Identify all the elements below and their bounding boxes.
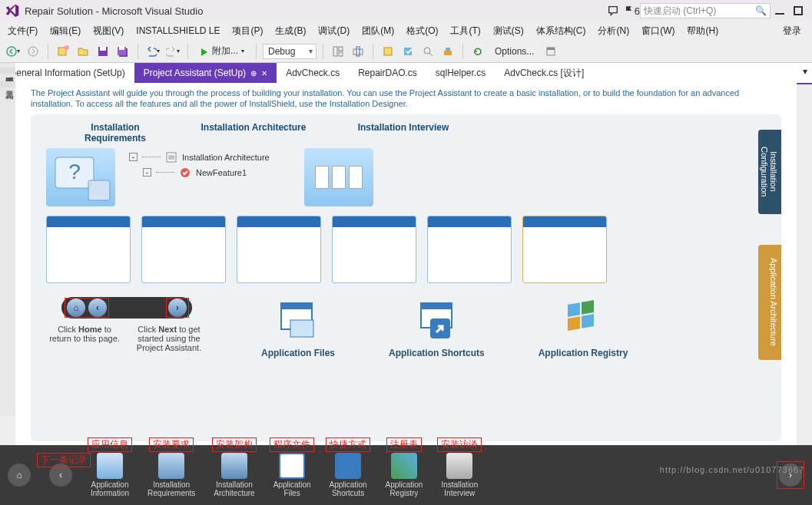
open-button[interactable] bbox=[75, 43, 91, 60]
svg-rect-14 bbox=[353, 49, 363, 54]
nav-forward-button[interactable] bbox=[25, 43, 41, 60]
bottom-app-files[interactable]: 程序文件 ApplicationFiles bbox=[273, 453, 311, 497]
undo-button[interactable]: ▾ bbox=[144, 43, 161, 60]
menu-help[interactable]: 帮助(H) bbox=[682, 23, 723, 39]
flag-indicator[interactable]: 6 bbox=[624, 5, 640, 17]
nav-next-button[interactable]: › bbox=[168, 299, 187, 317]
menu-installshield[interactable]: INSTALLSHIELD LE bbox=[131, 24, 224, 38]
tab-repairdao[interactable]: RepairDAO.cs bbox=[349, 63, 426, 83]
tree-collapse-icon[interactable]: - bbox=[143, 168, 151, 177]
svg-rect-0 bbox=[775, 13, 784, 15]
new-project-button[interactable] bbox=[55, 43, 71, 60]
menu-view[interactable]: 视图(V) bbox=[88, 23, 128, 39]
search-icon: 🔍 bbox=[755, 5, 767, 16]
is-package-button[interactable] bbox=[379, 43, 396, 60]
svg-rect-17 bbox=[404, 48, 412, 55]
app-registry-item[interactable]: Application Registry bbox=[539, 297, 628, 358]
menu-build[interactable]: 生成(B) bbox=[270, 23, 310, 39]
nav-back-button[interactable]: ▾ bbox=[5, 43, 22, 60]
is-view-button[interactable] bbox=[542, 43, 559, 60]
app-registry-label: Application Registry bbox=[539, 348, 628, 358]
menu-project[interactable]: 项目(P) bbox=[227, 23, 267, 39]
header-architecture: Installation Architecture bbox=[192, 122, 315, 144]
options-button[interactable]: Options... bbox=[489, 44, 539, 59]
nav-home-hint: Click Home to return to this page. bbox=[46, 325, 123, 352]
bottom-install-interview[interactable]: 安装访谈 InstallationInterview bbox=[441, 453, 478, 497]
attach-button[interactable]: 附加... ▾ bbox=[194, 42, 250, 60]
svg-point-2 bbox=[7, 47, 16, 56]
layout-split-button[interactable] bbox=[350, 43, 366, 60]
sidebar-server-explorer[interactable]: 服务器资源管理器 bbox=[0, 68, 15, 74]
nav-back-button[interactable]: ‹ bbox=[88, 299, 107, 317]
sidebar-left: 服务器资源管理器 工具箱 bbox=[0, 63, 15, 416]
menu-arch[interactable]: 体系结构(C) bbox=[532, 23, 591, 39]
is-misc-button[interactable] bbox=[439, 43, 456, 60]
app-shortcuts-item[interactable]: Application Shortcuts bbox=[389, 297, 485, 358]
nav-box: ⌂ ‹ › Click Home to return to this page.… bbox=[46, 297, 207, 358]
wizard-thumb[interactable] bbox=[46, 216, 131, 283]
tab-sqlhelper[interactable]: sqlHelper.cs bbox=[426, 63, 495, 83]
menu-file[interactable]: 文件(F) bbox=[3, 23, 42, 39]
menu-window[interactable]: 窗口(W) bbox=[637, 23, 679, 39]
app-files-item[interactable]: Application Files bbox=[261, 297, 335, 358]
wizard-thumb[interactable] bbox=[141, 216, 226, 283]
bottom-install-architecture[interactable]: 安装架构 InstallationArchitecture bbox=[214, 453, 254, 497]
menu-edit[interactable]: 编辑(E) bbox=[45, 23, 85, 39]
tree-child-label[interactable]: NewFeature1 bbox=[196, 168, 247, 177]
save-button[interactable] bbox=[94, 43, 111, 60]
quick-launch-input[interactable]: 快速启动 (Ctrl+Q) 🔍 bbox=[640, 3, 771, 18]
svg-rect-10 bbox=[119, 47, 124, 50]
menu-tools[interactable]: 工具(T) bbox=[446, 23, 485, 39]
bottom-app-shortcuts[interactable]: 快捷方式 ApplicationShortcuts bbox=[330, 453, 367, 497]
tree-root-label[interactable]: Installation Architecture bbox=[182, 153, 270, 162]
menu-team[interactable]: 团队(M) bbox=[357, 23, 399, 39]
toolbar: ▾ ▾ ▾ 附加... ▾ Debug Options... bbox=[0, 40, 812, 63]
bottom-install-requirements[interactable]: 安装要求 InstallationRequirements bbox=[147, 453, 195, 497]
wizard-thumb[interactable] bbox=[237, 216, 321, 283]
svg-rect-20 bbox=[446, 48, 450, 51]
tab-project-assistant[interactable]: Project Assistant (SetUp) ⊕ ✕ bbox=[134, 63, 277, 83]
flag-count: 6 bbox=[635, 5, 640, 17]
is-wizard-button[interactable] bbox=[399, 43, 416, 60]
watermark: http://blog.csdn.net/u010773667 bbox=[660, 465, 804, 474]
tree-collapse-icon[interactable]: - bbox=[129, 153, 138, 161]
config-label: Debug bbox=[268, 46, 295, 57]
wizard-thumb[interactable] bbox=[427, 216, 512, 283]
menu-format[interactable]: 格式(O) bbox=[402, 23, 442, 39]
menubar: 文件(F) 编辑(E) 视图(V) INSTALLSHIELD LE 项目(P)… bbox=[0, 21, 812, 40]
sidetab-application-architecture[interactable]: Application Architecture bbox=[758, 245, 781, 360]
menu-debug[interactable]: 调试(D) bbox=[313, 23, 354, 39]
close-icon[interactable]: ✕ bbox=[261, 69, 267, 78]
menu-test[interactable]: 测试(S) bbox=[489, 23, 529, 39]
tab-advcheck[interactable]: AdvCheck.cs bbox=[277, 63, 349, 83]
minimize-button[interactable] bbox=[771, 2, 789, 19]
bottom-home-button[interactable]: ⌂ bbox=[8, 464, 31, 487]
header-requirements: Installation Requirements bbox=[69, 122, 161, 144]
login-button[interactable]: 登录 bbox=[775, 23, 809, 39]
quick-launch-placeholder: 快速启动 (Ctrl+Q) bbox=[644, 5, 716, 18]
redo-button[interactable]: ▾ bbox=[164, 43, 181, 60]
wizard-thumb[interactable] bbox=[332, 216, 416, 283]
sidebar-toolbox[interactable]: 工具箱 bbox=[0, 81, 15, 87]
svg-rect-16 bbox=[384, 48, 392, 55]
tab-overflow-button[interactable]: ▾ bbox=[798, 63, 812, 83]
bottom-app-registry[interactable]: 注册表 ApplicationRegistry bbox=[386, 453, 423, 497]
pin-icon[interactable]: ⊕ bbox=[250, 69, 257, 78]
nav-home-button[interactable]: ⌂ bbox=[67, 299, 85, 317]
notification-icon[interactable] bbox=[607, 5, 619, 17]
maximize-button[interactable] bbox=[789, 2, 807, 19]
layout-grid-button[interactable] bbox=[330, 43, 346, 60]
tab-advcheck-design[interactable]: AdvCheck.cs [设计] bbox=[495, 63, 593, 83]
bottom-app-information[interactable]: 应用信息 ApplicationInformation bbox=[91, 453, 129, 497]
save-all-button[interactable] bbox=[114, 43, 131, 60]
sidetab-installation-configuration[interactable]: Installation Configuration bbox=[758, 130, 781, 214]
tab-general-information[interactable]: General Information (SetUp) bbox=[0, 63, 134, 83]
is-refresh-button[interactable] bbox=[469, 43, 486, 60]
wizard-thumb[interactable] bbox=[522, 216, 607, 283]
options-label: Options... bbox=[495, 46, 534, 57]
svg-rect-22 bbox=[547, 48, 555, 50]
titlebar: Repair Solution - Microsoft Visual Studi… bbox=[0, 0, 812, 21]
config-dropdown[interactable]: Debug bbox=[263, 44, 317, 59]
is-search-button[interactable] bbox=[419, 43, 436, 60]
menu-analyze[interactable]: 分析(N) bbox=[593, 23, 634, 39]
